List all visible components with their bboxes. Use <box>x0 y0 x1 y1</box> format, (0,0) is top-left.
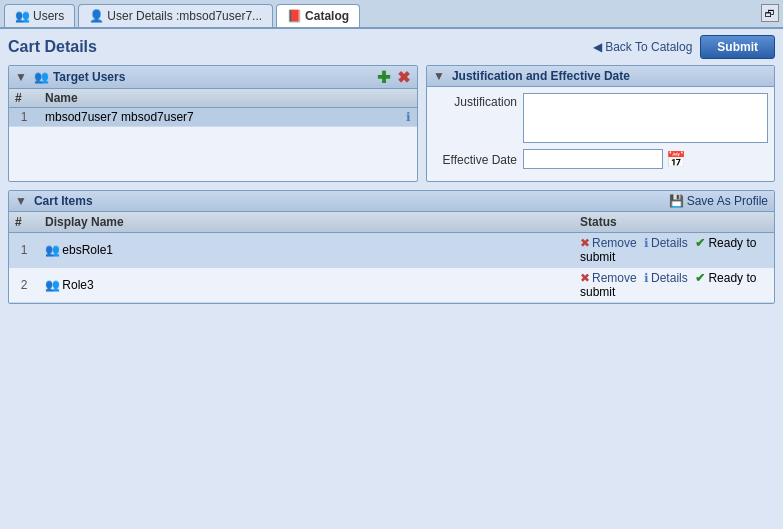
cart-row-name-cell: 👥 Role3 <box>39 268 574 303</box>
save-profile-label: Save As Profile <box>687 194 768 208</box>
back-label: Back To Catalog <box>605 40 692 54</box>
user-row-num: 1 <box>9 108 39 127</box>
remove-icon-1: ✖ <box>580 236 590 250</box>
back-to-catalog-link[interactable]: ◀ Back To Catalog <box>593 40 692 54</box>
role-icon: 👥 <box>45 243 59 257</box>
justification-title: Justification and Effective Date <box>452 69 630 83</box>
cart-table-header: # Display Name Status <box>9 212 774 233</box>
user-row-name: mbsod7user7 mbsod7user7 ℹ <box>39 108 417 127</box>
users-table: # Name 1 mbsod7user7 mbsod7user7 ℹ <box>9 89 417 127</box>
tab-bar: 👥 Users 👤 User Details :mbsod7user7... 📕… <box>0 0 783 29</box>
target-users-title: Target Users <box>53 70 125 84</box>
justification-content: Justification Effective Date 📅 <box>427 87 774 181</box>
users-icon: 👥 <box>15 9 29 23</box>
details-link-2[interactable]: ℹ Details <box>644 271 688 285</box>
remove-user-button[interactable]: ✖ <box>395 69 411 85</box>
main-content: Cart Details ◀ Back To Catalog Submit ▼ … <box>0 29 783 528</box>
justification-collapse[interactable]: ▼ <box>433 69 445 83</box>
cart-items-header-left: ▼ Cart Items <box>15 194 93 208</box>
cart-row-status-cell: ✖ Remove ℹ Details ✔ Ready to submit <box>574 268 774 303</box>
cart-items-panel: ▼ Cart Items 💾 Save As Profile # Display… <box>8 190 775 304</box>
target-users-header: ▼ 👥 Target Users ✚ ✖ <box>9 66 417 89</box>
justification-label: Justification <box>433 93 523 109</box>
target-users-collapse[interactable]: ▼ <box>15 70 27 84</box>
info-icon-2: ℹ <box>644 271 649 285</box>
status-check-1: ✔ <box>695 236 705 250</box>
save-icon: 💾 <box>669 194 684 208</box>
target-users-actions: ✚ ✖ <box>375 69 411 85</box>
cart-items-header: ▼ Cart Items 💾 Save As Profile <box>9 191 774 212</box>
add-user-button[interactable]: ✚ <box>375 69 391 85</box>
justification-textarea[interactable] <box>523 93 768 143</box>
col-name: Name <box>39 89 417 108</box>
cart-row-num: 1 <box>9 233 39 268</box>
cart-row-status-cell: ✖ Remove ℹ Details ✔ Ready to submit <box>574 233 774 268</box>
page-title: Cart Details <box>8 38 97 56</box>
table-row: 1 👥 ebsRole1 ✖ Remove ℹ Details <box>9 233 774 268</box>
remove-link-1[interactable]: ✖ Remove <box>580 236 637 250</box>
catalog-icon: 📕 <box>287 9 301 23</box>
justification-header-left: ▼ Justification and Effective Date <box>433 69 630 83</box>
save-profile-button[interactable]: 💾 Save As Profile <box>669 194 768 208</box>
back-arrow-icon: ◀ <box>593 40 602 54</box>
cart-items-title: Cart Items <box>34 194 93 208</box>
remove-link-2[interactable]: ✖ Remove <box>580 271 637 285</box>
tab-user-details-label: User Details :mbsod7user7... <box>107 9 262 23</box>
cart-row-name: ebsRole1 <box>62 243 113 257</box>
justification-header: ▼ Justification and Effective Date <box>427 66 774 87</box>
users-table-header: # Name <box>9 89 417 108</box>
status-check-2: ✔ <box>695 271 705 285</box>
col-num: # <box>9 89 39 108</box>
tab-catalog[interactable]: 📕 Catalog <box>276 4 360 27</box>
details-link-1[interactable]: ℹ Details <box>644 236 688 250</box>
submit-button[interactable]: Submit <box>700 35 775 59</box>
user-info-icon[interactable]: ℹ <box>406 110 411 124</box>
info-icon-1: ℹ <box>644 236 649 250</box>
tab-catalog-label: Catalog <box>305 9 349 23</box>
tab-user-details[interactable]: 👤 User Details :mbsod7user7... <box>78 4 273 27</box>
col-status: Status <box>574 212 774 233</box>
effective-date-row: Effective Date 📅 <box>433 149 768 169</box>
cart-row-name: Role3 <box>62 278 93 292</box>
cart-row-name-cell: 👥 ebsRole1 <box>39 233 574 268</box>
target-users-header-left: ▼ 👥 Target Users <box>15 70 125 84</box>
effective-date-input[interactable] <box>523 149 663 169</box>
table-row[interactable]: 1 mbsod7user7 mbsod7user7 ℹ <box>9 108 417 127</box>
cart-items-collapse[interactable]: ▼ <box>15 194 27 208</box>
justification-row: Justification <box>433 93 768 143</box>
role-icon: 👥 <box>45 278 59 292</box>
col-num: # <box>9 212 39 233</box>
target-users-panel: ▼ 👥 Target Users ✚ ✖ # Name <box>8 65 418 182</box>
header-row: Cart Details ◀ Back To Catalog Submit <box>8 35 775 59</box>
target-users-icon: 👥 <box>34 70 49 84</box>
effective-date-label: Effective Date <box>433 151 523 167</box>
cart-table: # Display Name Status 1 👥 ebsRole1 ✖ Re <box>9 212 774 303</box>
tab-users-label: Users <box>33 9 64 23</box>
remove-icon-2: ✖ <box>580 271 590 285</box>
table-row: 2 👥 Role3 ✖ Remove ℹ Details <box>9 268 774 303</box>
cart-row-num: 2 <box>9 268 39 303</box>
header-actions: ◀ Back To Catalog Submit <box>593 35 775 59</box>
justification-panel: ▼ Justification and Effective Date Justi… <box>426 65 775 182</box>
col-display-name: Display Name <box>39 212 574 233</box>
calendar-icon[interactable]: 📅 <box>666 150 686 169</box>
tab-users[interactable]: 👥 Users <box>4 4 75 27</box>
restore-button[interactable]: 🗗 <box>761 4 779 22</box>
top-panels: ▼ 👥 Target Users ✚ ✖ # Name <box>8 65 775 182</box>
user-detail-icon: 👤 <box>89 9 103 23</box>
